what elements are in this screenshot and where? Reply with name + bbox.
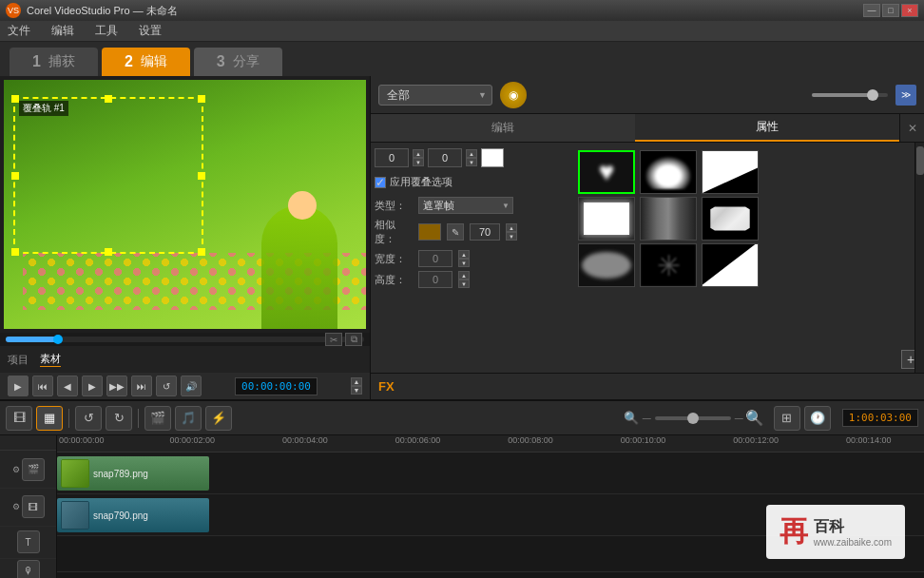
timeline-audio-button[interactable]: 🎵 [175, 406, 202, 431]
filter-slider[interactable] [812, 93, 888, 97]
timeline-redo-button[interactable]: ↻ [106, 406, 132, 431]
val2-up[interactable]: ▲ [466, 149, 477, 158]
mask-thumb-rough[interactable] [702, 197, 759, 241]
watermark-text: 百科 [814, 517, 844, 537]
type-select[interactable]: 遮罩帧 [418, 197, 513, 214]
height-input[interactable] [418, 271, 452, 288]
timecode-down[interactable]: ▼ [351, 386, 362, 395]
maximize-button[interactable]: □ [882, 4, 899, 17]
timeline-undo-button[interactable]: ↺ [75, 406, 102, 431]
width-label: 宽度： [375, 252, 413, 266]
mask-thumb-splat[interactable]: ✳ [640, 243, 697, 287]
mask-thumb-cloud[interactable] [640, 150, 697, 194]
minimize-button[interactable]: — [863, 4, 880, 17]
copy-icon[interactable]: ⧉ [345, 333, 362, 346]
width-down[interactable]: ▼ [458, 259, 470, 267]
sim-up[interactable]: ▲ [506, 223, 517, 232]
tab-share[interactable]: 3 分享 [194, 48, 282, 76]
timeline-toolbar: 🎞 ▦ ↺ ↻ 🎬 🎵 ⚡ 🔍 — — 🔍 ⊞ 🕐 1:00:03:00 [0, 401, 924, 435]
fast-forward-button[interactable]: ▶▶ [106, 376, 127, 396]
overlay-selection-box[interactable]: 覆叠轨 #1 [13, 97, 203, 254]
apply-overlay-checkbox[interactable]: ✓ [375, 177, 386, 188]
menubar: 文件 编辑 工具 设置 [0, 21, 924, 42]
width-input[interactable] [418, 250, 452, 267]
app-icon: VS [6, 3, 21, 18]
timecode-up[interactable]: ▲ [351, 377, 362, 386]
titlebar-controls[interactable]: — □ × [863, 4, 918, 17]
overlay-label: 覆叠轨 #1 [19, 101, 68, 116]
timecode-spinner[interactable]: ▲ ▼ [351, 377, 362, 395]
color-picker-swatch[interactable] [481, 148, 504, 167]
filter-dropdown[interactable]: 全部 遮罩帧 效果 [378, 85, 492, 106]
close-button[interactable]: × [901, 4, 918, 17]
next-button[interactable]: ▶ [82, 376, 103, 396]
timeline-fullscreen-button[interactable]: ⊞ [774, 406, 800, 431]
video-clip-1[interactable]: snap789.png [57, 456, 209, 491]
zoom-slider[interactable] [655, 416, 731, 420]
menu-file[interactable]: 文件 [4, 21, 34, 41]
voice-track-toggle[interactable]: 🎙 [17, 560, 40, 578]
share-num: 3 [217, 53, 225, 70]
mask-thumb-diagonal[interactable] [702, 150, 759, 194]
mask-thumb-heart[interactable] [578, 150, 635, 194]
timeline-effects-button[interactable]: 🎬 [144, 406, 171, 431]
tab-capture[interactable]: 1 捕获 [10, 48, 98, 76]
mask-thumb-softgrad[interactable] [640, 197, 697, 241]
volume-button[interactable]: 🔊 [181, 376, 202, 396]
overlay-clip-1-label: snap790.png [93, 511, 148, 521]
menu-tools[interactable]: 工具 [91, 21, 122, 41]
project-label[interactable]: 项目 [8, 353, 29, 367]
cut-icon[interactable]: ✂ [325, 333, 342, 346]
val1-up[interactable]: ▲ [413, 149, 424, 158]
zoom-in-icon[interactable]: 🔍 [745, 410, 763, 427]
value-input-2[interactable] [428, 148, 462, 167]
expand-button[interactable]: ≫ [895, 85, 916, 106]
preview-panel: 覆叠轨 #1 [0, 76, 371, 399]
value-input-1[interactable] [375, 148, 409, 167]
timeline-storyboard-button[interactable]: ▦ [36, 406, 63, 431]
menu-edit[interactable]: 编辑 [48, 21, 78, 41]
mask-thumb-oval[interactable] [578, 243, 635, 287]
tab-edit[interactable]: 2 编辑 [102, 48, 190, 76]
title-track-toggle[interactable]: T [17, 530, 40, 553]
material-label[interactable]: 素材 [40, 352, 61, 367]
height-up[interactable]: ▲ [458, 271, 470, 279]
overlay-track-toggle[interactable]: 🎞 [22, 495, 45, 518]
width-up[interactable]: ▲ [458, 250, 470, 259]
val2-down[interactable]: ▼ [466, 158, 477, 166]
mask-thumb-rect[interactable] [578, 197, 635, 241]
height-row: 高度： ▲ ▼ [375, 271, 567, 288]
val1-down[interactable]: ▼ [413, 158, 424, 166]
timeline-film-button[interactable]: 🎞 [6, 406, 32, 431]
similarity-color-swatch[interactable] [418, 223, 441, 241]
mode-tabs: 1 捕获 2 编辑 3 分享 [0, 42, 924, 76]
similarity-pen-icon[interactable]: ✎ [447, 223, 464, 241]
repeat-button[interactable]: ↺ [156, 376, 177, 396]
zoom-out-icon[interactable]: 🔍 [624, 411, 639, 425]
ruler-mark-0: 00:00:00:00 [57, 435, 105, 445]
mask-thumb-corner[interactable] [702, 243, 759, 287]
goto-end-button[interactable]: ⏭ [131, 376, 152, 396]
tab-edit-right[interactable]: 编辑 [371, 114, 635, 142]
timeline-transitions-button[interactable]: ⚡ [205, 406, 232, 431]
play-button[interactable]: ▶ [8, 376, 29, 396]
menu-settings[interactable]: 设置 [135, 21, 165, 41]
fx-button[interactable]: FX [371, 373, 924, 399]
similarity-input[interactable] [470, 223, 500, 241]
video-track-toggle[interactable]: 🎬 [22, 458, 45, 481]
sim-down[interactable]: ▼ [506, 232, 517, 241]
ruler-mark-3: 00:00:06:00 [395, 435, 441, 445]
scrubber-bar[interactable]: ✂ ⧉ [0, 333, 370, 346]
video-clip-1-label: snap789.png [93, 469, 148, 479]
tab-properties[interactable]: 属性 [635, 114, 899, 142]
share-label: 分享 [233, 53, 260, 70]
overlay-clip-1[interactable]: snap790.png [57, 498, 209, 532]
tab-close-icon[interactable]: ✕ [899, 114, 924, 142]
overlay-track-icon: ⚙ 🎞 [12, 495, 45, 518]
grid-scrollbar[interactable] [914, 143, 924, 373]
cut-controls[interactable]: ✂ ⧉ [325, 333, 362, 346]
goto-start-button[interactable]: ⏮ [32, 376, 53, 396]
right-panel-tabs: 编辑 属性 ✕ [371, 114, 924, 143]
prev-frame-button[interactable]: ◀ [57, 376, 78, 396]
height-down[interactable]: ▼ [458, 279, 470, 288]
